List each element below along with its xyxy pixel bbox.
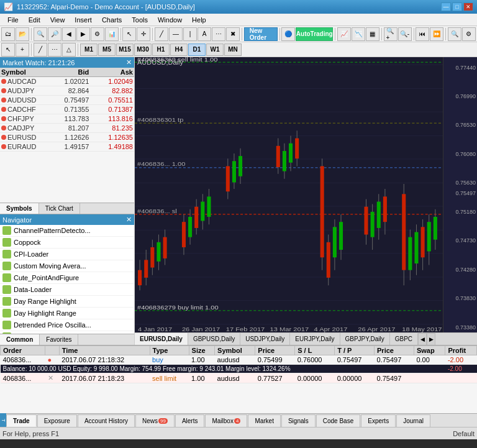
mw-close-icon[interactable]: ✕ xyxy=(126,58,132,66)
mw-row[interactable]: CADCHF 0.71355 0.71387 xyxy=(0,105,134,114)
tf-mn[interactable]: MN xyxy=(224,43,242,56)
draw-tool2[interactable]: ⋯ xyxy=(48,43,61,57)
chart-area[interactable]: AUDUSD,Daily xyxy=(135,57,477,345)
btab-market[interactable]: Market xyxy=(248,414,281,427)
tf-d1[interactable]: D1 xyxy=(188,43,206,56)
btab-alerts[interactable]: Alerts xyxy=(175,414,205,427)
zoom-minus[interactable]: 🔍- xyxy=(398,27,412,41)
tf-h1[interactable]: H1 xyxy=(152,43,170,56)
chart-type2[interactable]: 📉 xyxy=(352,27,365,41)
pair-tab-usdjpy[interactable]: USDJPY,Daily xyxy=(240,333,290,345)
crosshair-button[interactable]: ✛ xyxy=(137,27,150,41)
maximize-button[interactable]: □ xyxy=(452,2,462,11)
search-button[interactable]: 🔍 xyxy=(448,27,461,41)
menu-charts[interactable]: Charts xyxy=(97,15,127,25)
fwd-button[interactable]: ⏩ xyxy=(430,27,443,41)
mw-row[interactable]: EURUSD 1.12626 1.12635 xyxy=(0,133,134,142)
sl-close[interactable]: ✕ xyxy=(45,373,60,383)
tf-m1[interactable]: M1 xyxy=(80,43,98,56)
cursor-tool[interactable]: ↖ xyxy=(1,43,15,57)
btab-journal[interactable]: Journal xyxy=(396,414,430,427)
vline-button[interactable]: | xyxy=(183,27,197,41)
nav-item[interactable]: Day Highlight Range xyxy=(0,308,134,319)
menu-window[interactable]: Window xyxy=(153,15,187,25)
mw-row[interactable]: EURAUD 1.49157 1.49188 xyxy=(0,142,134,152)
indicators-button[interactable]: 📊 xyxy=(105,27,119,41)
nav-tab-favorites[interactable]: Favorites xyxy=(40,334,78,345)
properties-button[interactable]: ⚙ xyxy=(91,27,104,41)
delete-button[interactable]: ✖ xyxy=(226,27,240,41)
text-button[interactable]: A xyxy=(198,27,211,41)
menu-tools[interactable]: Tools xyxy=(127,15,153,25)
zoom-out-button[interactable]: 🔎 xyxy=(48,27,61,41)
crosshair-tool[interactable]: + xyxy=(16,43,29,57)
chart-type3[interactable]: ▦ xyxy=(366,27,379,41)
line-button[interactable]: ╱ xyxy=(155,27,168,41)
tf-m15[interactable]: M15 xyxy=(116,43,134,56)
mw-row[interactable]: CADJPY 81.207 81.235 xyxy=(0,124,134,133)
mw-row[interactable]: AUDJPY 82.864 82.882 xyxy=(0,86,134,96)
mw-tab-symbols[interactable]: Symbols xyxy=(0,203,39,214)
pair-tab-gbpc[interactable]: GBPC xyxy=(390,333,418,345)
new-order-button[interactable]: New Order xyxy=(244,27,278,41)
tf-h4[interactable]: H4 xyxy=(170,43,188,56)
btab-signals[interactable]: Signals xyxy=(281,414,316,427)
settings-button[interactable]: ⚙ xyxy=(462,27,476,41)
close-button[interactable]: ✕ xyxy=(463,2,473,11)
nav-item[interactable]: Day Range Highlight xyxy=(0,296,134,308)
chart-type1[interactable]: 📈 xyxy=(337,27,351,41)
svg-rect-30 xyxy=(188,217,192,237)
nav-item[interactable]: Cute_PointAndFigure xyxy=(0,272,134,284)
btab-experts[interactable]: Experts xyxy=(361,414,396,427)
tf-w1[interactable]: W1 xyxy=(206,43,224,56)
fib-button[interactable]: ⋯ xyxy=(212,27,225,41)
menu-help[interactable]: Help xyxy=(187,15,211,25)
btab-mailbox[interactable]: Mailbox4 xyxy=(205,414,247,427)
order-row[interactable]: 406836... ● 2017.06.07 21:18:32 buy 1.00… xyxy=(1,355,477,365)
nav-close-icon[interactable]: ✕ xyxy=(126,216,132,224)
nav-tab-common[interactable]: Common xyxy=(0,334,40,345)
mw-row[interactable]: AUDUSD 0.75497 0.75511 xyxy=(0,96,134,105)
pairs-scroll-right[interactable]: ▶ xyxy=(427,333,435,345)
menu-view[interactable]: View xyxy=(45,15,70,25)
nav-item[interactable]: Data-Loader xyxy=(0,284,134,296)
btab-account-history[interactable]: Account History xyxy=(78,414,135,427)
pairs-scroll-left[interactable]: ◀ xyxy=(418,333,427,345)
hline-button[interactable]: — xyxy=(169,27,183,41)
pair-tab-eurusd[interactable]: EURUSD,Daily xyxy=(135,333,188,345)
nav-item[interactable]: CPI-Loader xyxy=(0,249,134,260)
scroll-right-button[interactable]: ▶ xyxy=(76,27,90,41)
btab-news[interactable]: News99 xyxy=(135,414,175,427)
minimize-button[interactable]: — xyxy=(441,2,451,11)
nav-item[interactable]: Detrended Price Oscilla... xyxy=(0,319,134,331)
btab-trade[interactable]: Trade xyxy=(6,414,37,427)
btab-codebase[interactable]: Code Base xyxy=(316,414,360,427)
replay-button[interactable]: ⏮ xyxy=(416,27,429,41)
nav-item[interactable]: ChannelPatternDetecto... xyxy=(0,225,134,237)
auto-trading-button[interactable]: AutoTrading xyxy=(296,27,333,41)
pair-tab-gbpjpy[interactable]: GBPJPY,Daily xyxy=(340,333,390,345)
mw-row[interactable]: CHFJPY 113.783 113.816 xyxy=(0,114,134,124)
zoom-plus[interactable]: 🔍+ xyxy=(384,27,398,41)
btab-exposure[interactable]: Exposure xyxy=(37,414,77,427)
mw-row[interactable]: AUDCAD 1.02021 1.02049 xyxy=(0,77,134,86)
tf-m5[interactable]: M5 xyxy=(98,43,116,56)
tf-m30[interactable]: M30 xyxy=(134,43,152,56)
pair-tab-gbpusd[interactable]: GBPUSD,Daily xyxy=(188,333,240,345)
menu-file[interactable]: File xyxy=(2,15,24,25)
scroll-left-button[interactable]: ◀ xyxy=(62,27,76,41)
menu-edit[interactable]: Edit xyxy=(24,15,45,25)
new-chart-button[interactable]: 🗂 xyxy=(1,27,15,41)
pair-tab-eurjpy[interactable]: EURJPY,Daily xyxy=(290,333,340,345)
arrow-button[interactable]: ↖ xyxy=(122,27,136,41)
nav-item[interactable]: Custom Moving Avera... xyxy=(0,260,134,272)
chart-canvas[interactable]: AUDUSD,Daily xyxy=(135,57,477,332)
open-button[interactable]: 📂 xyxy=(16,27,29,41)
zoom-in-button[interactable]: 🔍 xyxy=(34,27,47,41)
line-tool[interactable]: ╱ xyxy=(34,43,47,57)
menu-insert[interactable]: Insert xyxy=(70,15,97,25)
draw-tool3[interactable]: △ xyxy=(62,43,76,57)
mw-tab-tick-chart[interactable]: Tick Chart xyxy=(39,203,80,214)
sell-limit-row[interactable]: 406836... ✕ 2017.06.07 21:18:23 sell lim… xyxy=(1,373,477,383)
nav-item[interactable]: Coppock xyxy=(0,237,134,249)
